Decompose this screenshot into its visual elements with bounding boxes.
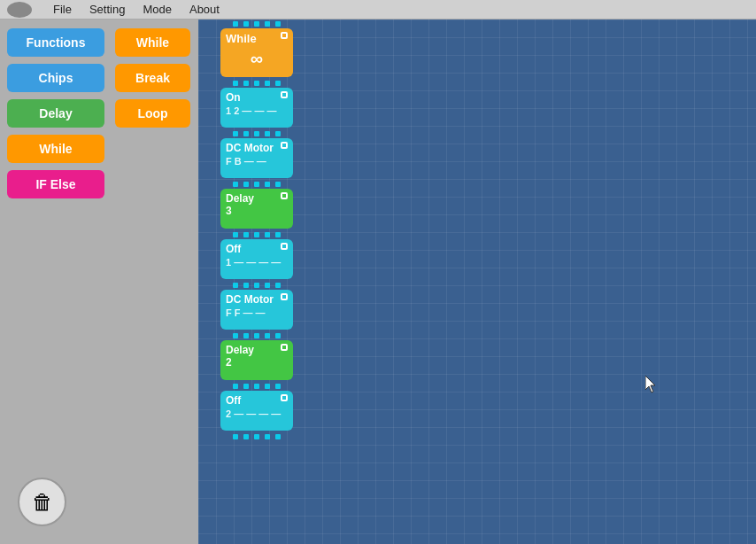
delay2-body: Delay 2 [220, 340, 293, 380]
dot [265, 182, 270, 187]
dcmotor-ff-block[interactable]: DC Motor F F — — [220, 290, 293, 330]
off2-body: Off 2 — — — — [220, 391, 293, 431]
dot [233, 81, 238, 86]
dot [243, 333, 249, 338]
main-layout: Functions Chips Delay While IF Else Whil… [0, 19, 756, 544]
sidebar: Functions Chips Delay While IF Else Whil… [0, 19, 198, 544]
menu-mode[interactable]: Mode [143, 3, 172, 16]
off1-body: Off 1 — — — — [220, 239, 293, 279]
delay3-body: Delay 3 [220, 189, 293, 229]
off1-corner-dot [281, 243, 288, 250]
while-left-button[interactable]: While [7, 135, 104, 163]
menubar: File Setting Mode About [0, 0, 756, 19]
dot [265, 333, 270, 338]
dot [243, 232, 249, 237]
dcmotor-ff-label: DC Motor [226, 293, 288, 306]
dot [233, 131, 238, 136]
off1-label: Off [226, 243, 288, 255]
on-block[interactable]: On 1 2 — — — [220, 88, 293, 128]
connector-7 [233, 382, 281, 391]
delay3-block[interactable]: Delay 3 [220, 189, 293, 229]
connector-1 [233, 79, 281, 88]
break-button[interactable]: Break [115, 64, 190, 92]
off2-sub: 2 — — — — [226, 408, 288, 419]
dot [275, 21, 281, 27]
delay3-sub: 3 [226, 205, 288, 217]
dot [243, 434, 249, 439]
dot [275, 131, 281, 136]
ifelse-button[interactable]: IF Else [7, 170, 104, 198]
dcmotor-ff-corner-dot [281, 293, 288, 300]
dot [265, 131, 270, 136]
dcmotor-fb-corner-dot [281, 142, 288, 149]
delay-button[interactable]: Delay [7, 99, 104, 128]
dot [243, 21, 249, 27]
svg-marker-0 [645, 376, 655, 392]
dot [233, 333, 238, 338]
blocks-column: While ∞ On 1 2 — — — [218, 19, 296, 441]
dot [265, 434, 270, 439]
dot [233, 283, 238, 288]
sidebar-right-column: While Break Loop [115, 28, 190, 128]
while-block[interactable]: While ∞ [220, 28, 293, 77]
dot [233, 182, 238, 187]
delay3-corner-dot [281, 192, 288, 199]
connector-2 [233, 129, 281, 138]
dcmotor-fb-block[interactable]: DC Motor F B — — [220, 138, 293, 178]
dot [254, 131, 259, 136]
connector-8 [233, 432, 281, 441]
app-logo [7, 2, 32, 18]
on-sub: 1 2 — — — [226, 105, 288, 116]
dot [275, 434, 281, 439]
delay2-block[interactable]: Delay 2 [220, 340, 293, 380]
dot [254, 333, 259, 338]
menu-setting[interactable]: Setting [89, 3, 125, 16]
trash-button[interactable]: 🗑 [18, 478, 66, 526]
dcmotor-ff-sub: F F — — [226, 307, 288, 318]
dot [275, 384, 281, 389]
off1-sub: 1 — — — — [226, 257, 288, 268]
dot [243, 81, 249, 86]
while-infinity: ∞ [251, 49, 263, 69]
off1-block[interactable]: Off 1 — — — — [220, 239, 293, 279]
on-corner-dot [281, 91, 288, 98]
off2-corner-dot [281, 394, 288, 401]
delay2-label: Delay [226, 344, 288, 356]
dot [254, 81, 259, 86]
dot [265, 81, 270, 86]
off2-block[interactable]: Off 2 — — — — [220, 391, 293, 431]
while-right-button[interactable]: While [115, 28, 190, 57]
while-block-body: While ∞ [220, 28, 293, 77]
dot [275, 81, 281, 86]
functions-button[interactable]: Functions [7, 28, 104, 57]
dot [233, 434, 238, 439]
dcmotor-fb-label: DC Motor [226, 142, 288, 154]
dot [275, 283, 281, 288]
loop-button[interactable]: Loop [115, 99, 190, 128]
connector-top-while [233, 19, 281, 28]
canvas-area[interactable]: While ∞ On 1 2 — — — [198, 19, 756, 544]
dot [275, 333, 281, 338]
while-corner-dot [281, 32, 288, 39]
trash-icon: 🗑 [32, 490, 53, 515]
menu-file[interactable]: File [53, 3, 72, 16]
menu-about[interactable]: About [189, 3, 220, 16]
dot [254, 232, 259, 237]
dot [254, 182, 259, 187]
dot [243, 131, 249, 136]
on-block-body: On 1 2 — — — [220, 88, 293, 128]
dot [265, 384, 270, 389]
dot [254, 21, 259, 27]
connector-4 [233, 230, 281, 239]
connector-3 [233, 180, 281, 189]
delay2-corner-dot [281, 344, 288, 351]
dot [233, 21, 238, 27]
dot [275, 232, 281, 237]
off2-label: Off [226, 394, 288, 407]
dot [243, 384, 249, 389]
dot [243, 283, 249, 288]
dot [233, 232, 238, 237]
connector-5 [233, 281, 281, 290]
chips-button[interactable]: Chips [7, 64, 104, 92]
dot [265, 283, 270, 288]
